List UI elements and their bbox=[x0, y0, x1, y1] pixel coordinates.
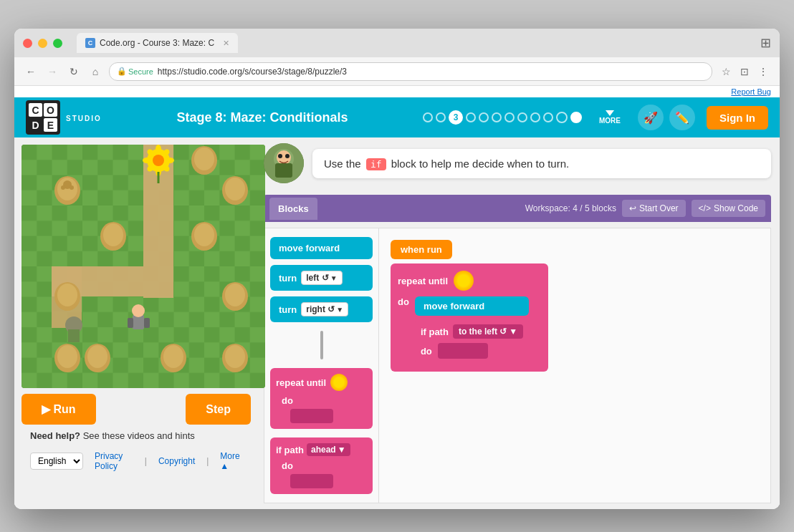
tab-favicon: C bbox=[85, 38, 95, 48]
tab-blocks[interactable]: Blocks bbox=[269, 198, 317, 220]
puzzle-dot-8[interactable] bbox=[517, 112, 527, 122]
workspace-panel: when run repeat until bbox=[379, 228, 770, 503]
step-button[interactable]: Step bbox=[186, 394, 251, 425]
minimize-dot[interactable] bbox=[38, 39, 47, 48]
browser-tab[interactable]: C Code.org - Course 3: Maze: C ✕ bbox=[77, 33, 238, 53]
game-canvas bbox=[21, 145, 265, 388]
secure-badge: 🔒 Secure bbox=[117, 67, 153, 76]
puzzle-dot-1[interactable] bbox=[423, 112, 433, 122]
block-turn-left-label: turn bbox=[279, 273, 297, 284]
refresh-button[interactable]: ↻ bbox=[66, 64, 82, 79]
separator-1: | bbox=[145, 456, 147, 466]
game-controls: ▶ Run Step bbox=[21, 394, 251, 425]
block-if-path[interactable]: if path ahead ▼ do bbox=[270, 437, 373, 494]
urlbar: ← → ↻ ⌂ 🔒 Secure https://studio.code.org… bbox=[14, 57, 780, 86]
block-move-forward[interactable]: move forward bbox=[270, 237, 373, 259]
svg-point-35 bbox=[153, 155, 164, 166]
svg-point-29 bbox=[225, 284, 245, 306]
logo-e: E bbox=[44, 118, 57, 132]
puzzle-dot-12[interactable] bbox=[570, 112, 582, 123]
more-footer-link[interactable]: More ▲ bbox=[220, 451, 242, 471]
header-icons: 🚀 ✏️ bbox=[638, 105, 695, 130]
main-content: ▶ Run Step Need help? See these videos a… bbox=[14, 137, 780, 509]
start-over-label: Start Over bbox=[639, 203, 679, 213]
puzzle-dot-5[interactable] bbox=[479, 112, 489, 122]
puzzle-dot-2[interactable] bbox=[436, 112, 446, 122]
svg-point-19 bbox=[103, 223, 123, 246]
privacy-policy-link[interactable]: Privacy Policy bbox=[95, 451, 133, 471]
separator-2: | bbox=[206, 456, 209, 466]
more-triangle-icon bbox=[606, 110, 614, 116]
speech-bubble: Use the if block to help me decide when … bbox=[312, 149, 771, 178]
svg-point-36 bbox=[156, 145, 161, 153]
ws-move-forward-block[interactable]: move forward bbox=[415, 296, 529, 316]
home-button[interactable]: ⌂ bbox=[87, 64, 103, 79]
ws-if-path-label: if path bbox=[421, 327, 449, 337]
report-bug-link[interactable]: Report Bug bbox=[731, 87, 771, 96]
menu-button[interactable]: ⋮ bbox=[755, 64, 771, 79]
repeat-until-label: repeat until bbox=[276, 377, 326, 388]
svg-rect-48 bbox=[144, 318, 150, 328]
maximize-dot[interactable] bbox=[53, 39, 62, 48]
puzzle-dot-7[interactable] bbox=[504, 112, 515, 122]
block-turn-right[interactable]: turn right ↺ ▼ bbox=[270, 296, 373, 322]
zombie-avatar bbox=[264, 143, 304, 183]
footer: English Privacy Policy | Copyright | Mor… bbox=[21, 447, 251, 475]
extensions-button[interactable]: ⊡ bbox=[737, 64, 752, 79]
url-input[interactable]: 🔒 Secure https://studio.code.org/s/cours… bbox=[109, 62, 712, 81]
forward-button[interactable]: → bbox=[44, 64, 60, 79]
reader-mode-icon[interactable]: ⊞ bbox=[760, 35, 771, 51]
code-icon: </> bbox=[699, 203, 711, 213]
block-repeat-until[interactable]: repeat until do bbox=[270, 368, 373, 429]
ws-path-dropdown[interactable]: to the left ↺ ▼ bbox=[453, 324, 523, 339]
more-container: MORE bbox=[599, 110, 621, 125]
more-label[interactable]: MORE bbox=[599, 117, 621, 125]
puzzle-dot-10[interactable] bbox=[543, 112, 553, 122]
run-button[interactable]: ▶ Run bbox=[21, 394, 96, 425]
logo-d: D bbox=[29, 118, 42, 132]
ws-do2-label: do bbox=[421, 346, 432, 357]
puzzle-dot-4[interactable] bbox=[466, 112, 476, 122]
svg-point-38 bbox=[143, 158, 151, 163]
back-button[interactable]: ← bbox=[23, 64, 39, 79]
coding-section: Use the if block to help me decide when … bbox=[258, 137, 780, 509]
pencil-button[interactable]: ✏️ bbox=[669, 105, 695, 130]
repeat-sunflower-icon bbox=[330, 374, 348, 391]
signin-button[interactable]: Sign In bbox=[707, 106, 768, 130]
studio-label: STUDIO bbox=[66, 115, 102, 122]
tab-close-icon[interactable]: ✕ bbox=[223, 39, 229, 48]
rocket-button[interactable]: 🚀 bbox=[638, 105, 664, 130]
if-do-slot bbox=[290, 474, 333, 488]
ws-if-path-block[interactable]: if path to the left ↺ ▼ bbox=[415, 319, 529, 364]
bookmark-button[interactable]: ☆ bbox=[718, 64, 734, 79]
close-dot[interactable] bbox=[23, 39, 32, 48]
stage-title: Stage 8: Maze: Conditionals bbox=[113, 110, 411, 125]
svg-point-33 bbox=[57, 345, 77, 368]
turn-left-dropdown[interactable]: left ↺ ▼ bbox=[301, 271, 342, 285]
turn-right-dropdown[interactable]: right ↺ ▼ bbox=[301, 302, 348, 316]
coding-panels: move forward turn left ↺ ▼ bbox=[264, 228, 771, 503]
workspace-blocks-container: when run repeat until bbox=[391, 240, 548, 372]
repeat-do-label: do bbox=[276, 395, 367, 406]
ws-sunflower-icon bbox=[454, 271, 474, 291]
svg-point-55 bbox=[278, 154, 282, 158]
language-select[interactable]: English bbox=[30, 453, 83, 470]
panel-divider bbox=[320, 331, 323, 359]
codeorg-logo[interactable]: C O D E bbox=[26, 100, 60, 135]
ws-when-run-block[interactable]: when run bbox=[391, 240, 452, 259]
if-path-dropdown[interactable]: ahead ▼ bbox=[307, 443, 350, 456]
block-turn-left[interactable]: turn left ↺ ▼ bbox=[270, 265, 373, 291]
puzzle-dot-9[interactable] bbox=[530, 112, 540, 122]
puzzle-dot-6[interactable] bbox=[492, 112, 502, 122]
ws-repeat-until-block[interactable]: repeat until do m bbox=[391, 263, 548, 372]
copyright-link[interactable]: Copyright bbox=[158, 456, 195, 466]
svg-point-15 bbox=[194, 147, 214, 170]
puzzle-dot-current[interactable]: 3 bbox=[449, 110, 463, 125]
turn-left-arrow-icon: ▼ bbox=[330, 274, 338, 282]
start-over-button[interactable]: ↩ Start Over bbox=[622, 200, 686, 217]
show-code-button[interactable]: </> Show Code bbox=[692, 200, 765, 217]
url-text: https://studio.code.org/s/course3/stage/… bbox=[158, 67, 347, 77]
puzzle-dot-11[interactable] bbox=[556, 112, 568, 123]
tabs-bar: Blocks Workspace: 4 / 5 blocks ↩ Start O… bbox=[264, 195, 771, 222]
speech-text-after: block to help me decide when to turn. bbox=[388, 158, 570, 170]
